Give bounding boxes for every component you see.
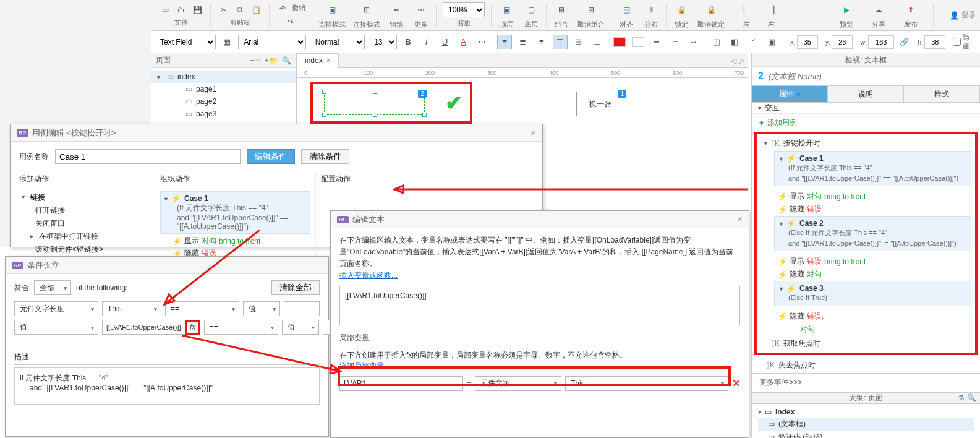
align-right-button[interactable]: ≡: [534, 35, 549, 49]
share-icon[interactable]: ☁: [870, 1, 887, 19]
event-keyup[interactable]: ▾⟦K按键松开时: [757, 135, 975, 151]
tree-link-category[interactable]: ▾链接: [19, 191, 155, 204]
fx-button[interactable]: fx: [185, 320, 200, 335]
tab-notes[interactable]: 说明: [828, 86, 904, 102]
page-root-item[interactable]: ▾▭index: [151, 71, 296, 83]
bring-front-icon[interactable]: ▣: [498, 1, 515, 19]
tree-item[interactable]: 滚动到元件<锚链接>: [19, 243, 155, 256]
widget-name-input[interactable]: [769, 72, 974, 81]
cond-expr-input[interactable]: [[LVAR1.toUpperCase()]]: [102, 320, 185, 335]
add-folder-icon[interactable]: +📁: [265, 56, 278, 65]
case-3-panel[interactable]: ▾⚡Case 3 (Else If True): [774, 281, 971, 306]
tab-index[interactable]: index ×: [297, 53, 339, 68]
padding-button[interactable]: ▣: [764, 35, 779, 49]
clear-all-button[interactable]: 清除全部: [271, 280, 320, 295]
tab-nav-left-icon[interactable]: ◁: [731, 56, 736, 65]
arrow-style-button[interactable]: ↔: [686, 35, 701, 49]
tree-item[interactable]: 关闭窗口: [19, 217, 155, 230]
cond-type-select[interactable]: 值▾: [14, 320, 98, 335]
search-page-icon[interactable]: 🔍: [282, 56, 291, 65]
valign-top-button[interactable]: ⊤: [553, 35, 568, 49]
more-events-link[interactable]: 更多事件>>>: [752, 373, 980, 392]
add-page-icon[interactable]: +▭: [250, 56, 261, 65]
align-center-button[interactable]: ≣: [516, 35, 530, 49]
cond-type-select[interactable]: 元件文字长度▾: [14, 301, 98, 316]
tab-close-icon[interactable]: ×: [326, 56, 331, 65]
text-color-button[interactable]: A: [456, 35, 471, 49]
valign-mid-button[interactable]: ⊟: [571, 35, 586, 49]
underline-button[interactable]: U: [438, 35, 453, 49]
cond-op-select[interactable]: ==▾: [165, 301, 239, 316]
canvas-rectangle[interactable]: [501, 92, 555, 116]
italic-button[interactable]: I: [419, 35, 434, 49]
line-style-button[interactable]: ┈: [668, 35, 683, 49]
undo-icon[interactable]: ↶: [276, 2, 289, 15]
case-1-panel[interactable]: ▾⚡Case 1 (If 元件文字长度 This == "4" and "[[L…: [774, 151, 971, 186]
lock-icon[interactable]: 🔒: [673, 1, 690, 19]
publish-icon[interactable]: ⬆: [902, 1, 919, 19]
align-right-icon[interactable]: ▕: [762, 1, 780, 19]
edit-condition-button[interactable]: 编辑条件: [247, 149, 295, 164]
new-file-icon[interactable]: ▭: [158, 3, 172, 17]
cond-valtype-select[interactable]: 值▾: [282, 320, 319, 335]
search-outline-icon[interactable]: 🔍: [967, 393, 976, 402]
font-size-select[interactable]: 13: [369, 35, 397, 49]
event-focus[interactable]: ▾⟦K获取焦点时: [757, 336, 975, 351]
open-file-icon[interactable]: 🗀: [174, 3, 188, 17]
case-2-panel[interactable]: ▾⚡Case 2 (Else If 元件文字长度 This == "4" and…: [774, 216, 971, 251]
clear-condition-button[interactable]: 清除条件: [301, 149, 349, 164]
insert-variable-link[interactable]: 插入变量或函数...: [339, 271, 398, 280]
h-input[interactable]: [924, 35, 945, 49]
cond-value-input[interactable]: [284, 301, 320, 316]
distribute-icon[interactable]: ⫴: [642, 1, 660, 19]
redo-icon[interactable]: ↷: [284, 15, 297, 29]
case-block[interactable]: ▾⚡Case 1 (If 元件文字长度 This == "4" and "[[L…: [160, 191, 310, 234]
page-item[interactable]: ▭page1: [151, 83, 296, 95]
more-icon[interactable]: ⋯: [412, 1, 430, 19]
line-width-button[interactable]: ━: [649, 35, 664, 49]
event-blur[interactable]: ▾⟦K失去焦点时: [752, 358, 980, 373]
page-item[interactable]: ▭page3: [151, 108, 296, 120]
y-input[interactable]: [832, 35, 853, 49]
hidden-checkbox[interactable]: 隐藏: [953, 33, 976, 51]
add-case-button[interactable]: +添加用例: [752, 114, 980, 132]
preview-icon[interactable]: ▶: [838, 1, 855, 19]
canvas-button[interactable]: 换一张 1: [576, 92, 624, 116]
font-weight-select[interactable]: Normal: [310, 35, 365, 49]
cond-op-select[interactable]: ==▾: [204, 320, 278, 335]
bold-button[interactable]: B: [401, 35, 415, 49]
aspect-lock-icon[interactable]: 🔗: [898, 35, 910, 49]
cut-icon[interactable]: ✂: [217, 3, 231, 17]
outline-item[interactable]: ▭(文本框): [758, 418, 974, 431]
tab-nav-right-icon[interactable]: ▷: [739, 56, 744, 65]
match-select[interactable]: 全部▾: [34, 280, 71, 295]
more-font-button[interactable]: ⋯: [474, 35, 489, 49]
tab-properties[interactable]: 属性◆: [752, 86, 828, 102]
outer-shadow-button[interactable]: ◫: [709, 35, 724, 49]
widget-type-select[interactable]: Text Field: [155, 35, 216, 49]
case-name-input[interactable]: [55, 149, 241, 164]
tab-style[interactable]: 样式: [904, 86, 980, 102]
filter-icon[interactable]: ⚗: [958, 393, 965, 402]
cond-valtype-select[interactable]: 值▾: [243, 301, 280, 316]
corner-radius-button[interactable]: ◜: [746, 35, 761, 49]
paste-icon[interactable]: 📋: [249, 3, 263, 17]
fill-color-button[interactable]: [612, 35, 627, 49]
close-icon[interactable]: ×: [737, 214, 743, 225]
align-icon[interactable]: ▤: [618, 1, 635, 19]
copy-icon[interactable]: ⧉: [233, 3, 247, 17]
outline-root[interactable]: ▾▭index: [758, 406, 974, 418]
close-icon[interactable]: ×: [530, 127, 536, 139]
send-back-icon[interactable]: ▢: [522, 1, 540, 19]
zoom-select[interactable]: 100%: [443, 2, 485, 17]
tree-item[interactable]: 打开链接: [19, 204, 155, 217]
align-left-button[interactable]: ≡: [497, 35, 512, 49]
outline-item[interactable]: ▭验证码 (矩形): [758, 431, 974, 439]
w-input[interactable]: [868, 35, 894, 49]
delete-localvar-icon[interactable]: ✕: [732, 377, 740, 389]
line-color-button[interactable]: [631, 35, 646, 49]
widget-type-picker-icon[interactable]: ▦: [219, 35, 234, 49]
x-input[interactable]: [797, 35, 818, 49]
unlock-icon[interactable]: 🔓: [702, 1, 720, 19]
valign-bot-button[interactable]: ⊥: [589, 35, 604, 49]
